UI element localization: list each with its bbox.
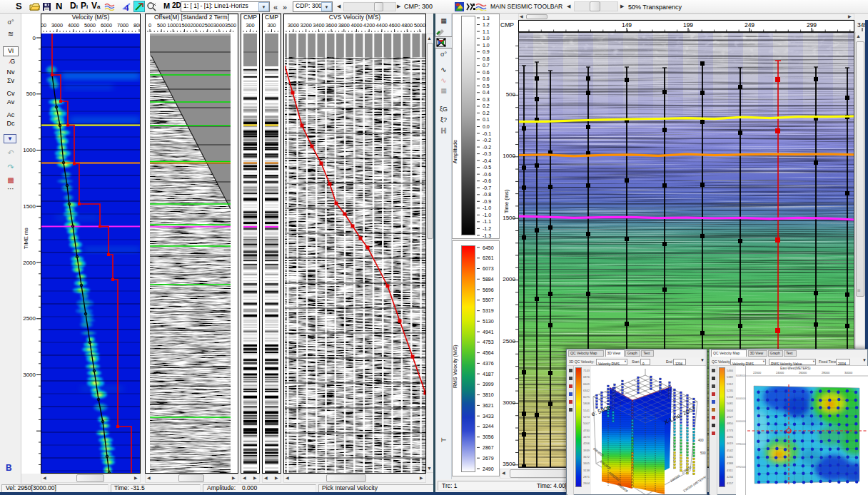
svg-text:5000: 5000 <box>84 22 96 29</box>
svg-text:6342: 6342 <box>583 389 590 392</box>
svg-text:300: 300 <box>267 22 276 29</box>
svg-text:2679: 2679 <box>483 456 494 461</box>
svg-text:7143: 7143 <box>583 369 590 372</box>
svg-text:4600: 4600 <box>388 22 400 29</box>
svg-text:3400: 3400 <box>313 22 324 29</box>
svg-text:6609: 6609 <box>583 382 590 386</box>
svg-text:2000: 2000 <box>190 22 201 29</box>
svg-text:500: 500 <box>157 22 166 29</box>
svg-text:1.2: 1.2 <box>483 22 490 27</box>
svg-text:4773: 4773 <box>727 429 734 432</box>
svg-text:5000: 5000 <box>414 22 425 29</box>
svg-text:6450: 6450 <box>483 245 494 250</box>
svg-text:5007: 5007 <box>583 422 590 425</box>
svg-text:2490: 2490 <box>483 466 494 471</box>
svg-text:5274: 5274 <box>583 415 590 419</box>
svg-text:-0.7: -0.7 <box>483 185 491 190</box>
svg-text:0.3: 0.3 <box>483 97 490 102</box>
svg-text:4000: 4000 <box>350 22 362 29</box>
svg-text:4206: 4206 <box>583 442 590 445</box>
svg-text:3999: 3999 <box>483 382 494 387</box>
svg-text:-1.0: -1.0 <box>483 205 491 210</box>
svg-text:3056: 3056 <box>483 434 494 439</box>
svg-text:1500: 1500 <box>178 22 190 29</box>
svg-text:240000: 240000 <box>670 474 681 483</box>
svg-text:4157: 4157 <box>727 481 734 485</box>
svg-text:3000: 3000 <box>288 22 299 29</box>
svg-text:4388: 4388 <box>727 461 734 465</box>
svg-text:3433: 3433 <box>483 414 494 419</box>
svg-text:4800: 4800 <box>401 22 413 29</box>
svg-text:5389: 5389 <box>727 375 734 379</box>
svg-text:0.6: 0.6 <box>483 76 490 81</box>
svg-text:3000: 3000 <box>213 22 225 29</box>
svg-text:3000: 3000 <box>51 22 63 29</box>
svg-text:5081: 5081 <box>727 402 734 405</box>
svg-text:7000: 7000 <box>117 22 128 29</box>
svg-text:-0.9: -0.9 <box>483 199 491 204</box>
svg-text:4619: 4619 <box>727 442 734 445</box>
svg-text:4542: 4542 <box>727 449 734 452</box>
svg-text:3810: 3810 <box>483 392 494 397</box>
svg-text:5158: 5158 <box>727 395 734 399</box>
svg-text:5319: 5319 <box>483 308 494 313</box>
svg-text:6876: 6876 <box>583 375 590 379</box>
svg-text:1000: 1000 <box>167 22 178 29</box>
svg-text:0.6: 0.6 <box>483 70 490 75</box>
svg-text:4376: 4376 <box>483 361 494 366</box>
svg-text:0: 0 <box>148 22 151 29</box>
svg-text:-0.6: -0.6 <box>483 172 491 177</box>
svg-text:8000: 8000 <box>133 22 141 29</box>
svg-text:3939: 3939 <box>583 449 590 452</box>
svg-text:0.2: 0.2 <box>483 103 490 108</box>
svg-text:0.7: 0.7 <box>483 63 490 68</box>
svg-text:-0.4: -0.4 <box>483 158 491 163</box>
svg-text:5507: 5507 <box>483 297 494 302</box>
svg-text:-0.1: -0.1 <box>483 131 491 136</box>
svg-text:0.1: 0.1 <box>483 117 490 122</box>
svg-text:5696: 5696 <box>483 287 494 292</box>
svg-text:2604: 2604 <box>583 481 590 485</box>
svg-text:0.2: 0.2 <box>483 111 490 116</box>
svg-text:3500: 3500 <box>225 22 236 29</box>
svg-text:-1.3: -1.3 <box>483 233 491 238</box>
svg-text:4187: 4187 <box>483 372 494 377</box>
svg-text:-0.5: -0.5 <box>483 165 491 170</box>
svg-text:5130: 5130 <box>483 319 494 324</box>
svg-text:5004: 5004 <box>727 409 734 412</box>
svg-text:149: 149 <box>622 21 632 29</box>
svg-text:0.5: 0.5 <box>483 83 490 88</box>
svg-text:199: 199 <box>683 21 693 29</box>
svg-text:-0.2: -0.2 <box>483 145 491 150</box>
svg-text:299: 299 <box>807 21 817 29</box>
svg-text:3600: 3600 <box>326 22 337 29</box>
svg-text:4200: 4200 <box>363 22 375 29</box>
svg-text:5312: 5312 <box>727 382 734 386</box>
svg-text:2500: 2500 <box>202 22 213 29</box>
svg-text:-1.1: -1.1 <box>483 219 491 224</box>
svg-text:0.0: 0.0 <box>483 124 490 129</box>
svg-text:6261: 6261 <box>483 255 494 260</box>
svg-text:5808: 5808 <box>583 402 590 405</box>
svg-text:0.4: 0.4 <box>483 90 490 95</box>
svg-text:4740: 4740 <box>583 429 590 432</box>
svg-text:3138: 3138 <box>583 469 590 472</box>
svg-text:0.9: 0.9 <box>483 49 490 54</box>
svg-text:3244: 3244 <box>483 424 494 429</box>
svg-text:1.3: 1.3 <box>483 16 490 21</box>
svg-text:2871: 2871 <box>583 475 590 479</box>
svg-text:5235: 5235 <box>727 389 734 392</box>
svg-text:4400: 4400 <box>376 22 388 29</box>
svg-text:3672: 3672 <box>583 455 590 459</box>
svg-text:6073: 6073 <box>483 266 494 271</box>
svg-text:-1.2: -1.2 <box>483 226 491 231</box>
svg-text:1.0: 1.0 <box>483 43 490 48</box>
svg-text:4927: 4927 <box>727 415 734 419</box>
svg-text:1.0: 1.0 <box>483 36 490 41</box>
svg-text:4473: 4473 <box>583 435 590 439</box>
svg-text:3800: 3800 <box>338 22 350 29</box>
svg-text:5884: 5884 <box>483 277 494 282</box>
svg-text:2000: 2000 <box>41 22 46 29</box>
svg-text:300: 300 <box>246 22 254 29</box>
svg-text:4696: 4696 <box>727 435 734 439</box>
